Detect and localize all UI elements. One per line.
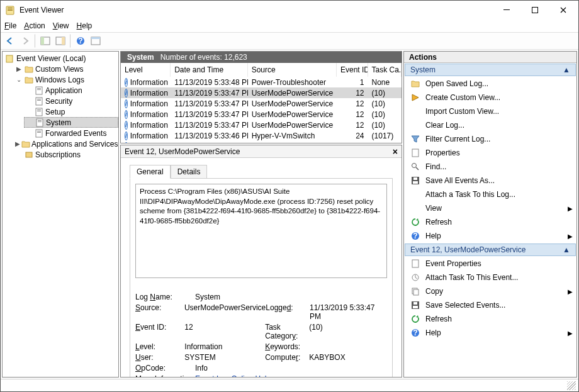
action-attach-task-log[interactable]: Attach a Task To this Log... [404, 188, 576, 201]
event-log-online-help-link[interactable]: Event Log Online Help [195, 374, 271, 377]
properties-button[interactable] [89, 34, 103, 48]
tree-windows-logs[interactable]: ⌄Windows Logs [14, 74, 118, 85]
event-list-body[interactable]: iInformation11/13/2019 5:33:48 PMPower-T… [121, 77, 402, 143]
submenu-arrow-icon: ▶ [568, 233, 573, 240]
list-header-name: System [127, 53, 154, 62]
col-level[interactable]: Level [121, 63, 171, 77]
tree-setup[interactable]: Setup [24, 106, 118, 117]
collapse-icon[interactable]: ⌄ [15, 76, 23, 83]
tab-general[interactable]: General [130, 165, 171, 179]
back-button[interactable] [3, 34, 17, 48]
action-help[interactable]: ?Help▶ [404, 229, 576, 243]
save-icon [410, 176, 420, 186]
event-row[interactable]: iInformation11/13/2019 5:33:47 PMUserMod… [121, 109, 402, 120]
help-button[interactable]: ? [74, 34, 87, 48]
svg-rect-1 [8, 8, 13, 8]
close-button[interactable] [549, 1, 577, 20]
actions-section-system[interactable]: System▲ [405, 64, 576, 76]
col-source[interactable]: Source [248, 63, 337, 77]
col-task-category[interactable]: Task Ca... [368, 63, 402, 77]
event-row[interactable]: iInformation11/13/2019 5:33:47 PMUserMod… [121, 98, 402, 109]
tree-custom-views[interactable]: ▶Custom Views [14, 64, 118, 74]
svg-rect-47 [413, 302, 417, 305]
action-find[interactable]: Find... [404, 160, 576, 174]
action-help-event[interactable]: ?Help▶ [404, 326, 576, 340]
tab-details[interactable]: Details [171, 165, 208, 179]
tree-app-services[interactable]: ▶Applications and Services Lo [14, 138, 118, 149]
svg-rect-28 [37, 131, 41, 132]
expand-icon[interactable]: ▶ [15, 65, 23, 72]
event-row[interactable]: iInformation11/13/2019 5:33:47 PMUserMod… [121, 87, 402, 98]
close-detail-button[interactable]: × [393, 147, 398, 157]
kv-kw-key: Keywords: [265, 342, 309, 351]
svg-rect-16 [37, 88, 41, 89]
menu-view[interactable]: View [53, 21, 69, 30]
col-datetime[interactable]: Date and Time [171, 63, 248, 77]
action-properties[interactable]: Properties [404, 146, 576, 160]
kv-user-key: User: [135, 353, 184, 362]
detail-body: General Details Process C:\Program Files… [121, 158, 402, 377]
svg-text:?: ? [78, 36, 82, 45]
collapse-icon: ▲ [563, 245, 570, 254]
action-clear-log[interactable]: Clear Log... [404, 118, 576, 132]
statusbar [1, 379, 578, 391]
clear-icon [410, 120, 420, 130]
svg-line-33 [416, 167, 419, 170]
event-row[interactable]: iInformation11/13/2019 5:33:48 PMPower-T… [121, 77, 402, 87]
copy-icon [410, 286, 420, 296]
action-attach-task-event[interactable]: Attach Task To This Event... [404, 271, 576, 284]
titlebar: Event Viewer [1, 1, 578, 20]
col-event-id[interactable]: Event ID [337, 63, 368, 77]
action-event-properties[interactable]: Event Properties [404, 257, 576, 271]
svg-rect-25 [38, 120, 42, 121]
expand-icon[interactable]: ▶ [15, 140, 20, 147]
event-row[interactable]: iInformation11/13/2019 5:33:46 PMHyper-V… [121, 130, 402, 141]
event-description[interactable]: Process C:\Program Files (x86)\ASUS\AI S… [135, 184, 387, 278]
minimize-button[interactable] [492, 1, 520, 20]
collapse-icon: ▲ [563, 65, 570, 74]
find-icon [410, 162, 420, 172]
maximize-button[interactable] [520, 1, 549, 20]
action-save-selected[interactable]: Save Selected Events... [404, 298, 576, 312]
tree-pane: Event Viewer (Local) ▶Custom Views ⌄Wind… [2, 51, 119, 378]
svg-rect-46 [413, 306, 418, 308]
show-hide-tree-button[interactable] [38, 34, 52, 48]
create-view-icon [410, 92, 420, 103]
tree-system[interactable]: System [24, 117, 118, 128]
svg-rect-13 [91, 37, 100, 39]
action-save-all-events[interactable]: Save All Events As... [404, 174, 576, 188]
kv-logged-key: Logged: [266, 303, 310, 321]
show-hide-actions-button[interactable] [53, 34, 67, 48]
action-open-saved-log[interactable]: Open Saved Log... [404, 77, 576, 91]
event-row[interactable]: iInformation11/13/2019 5:33:46 PMBTHUSB1… [121, 141, 402, 143]
tree-security[interactable]: Security [24, 96, 118, 106]
action-create-custom-view[interactable]: Create Custom View... [404, 91, 576, 104]
tree-forwarded[interactable]: Forwarded Events [24, 128, 118, 138]
submenu-arrow-icon: ▶ [568, 330, 573, 337]
log-icon [34, 128, 44, 138]
action-copy[interactable]: Copy▶ [404, 284, 576, 298]
action-filter-log[interactable]: Filter Current Log... [404, 132, 576, 146]
actions-body: System▲ Open Saved Log... Create Custom … [404, 63, 576, 377]
tree-label: Security [45, 97, 72, 106]
tree-subscriptions[interactable]: Subscriptions [14, 149, 118, 160]
action-refresh-event[interactable]: Refresh [404, 312, 576, 326]
actions-section-event[interactable]: Event 12, UserModePowerService▲ [405, 244, 576, 256]
action-import-custom-view[interactable]: Import Custom View... [404, 104, 576, 118]
tree-root[interactable]: Event Viewer (Local) [4, 53, 118, 64]
forward-button[interactable] [18, 34, 32, 48]
action-view[interactable]: View▶ [404, 201, 576, 215]
attach-task-icon [410, 272, 420, 283]
svg-rect-26 [38, 121, 42, 122]
kv-user-val: SYSTEM [184, 353, 265, 362]
svg-rect-27 [36, 130, 42, 137]
svg-rect-18 [36, 98, 42, 105]
action-refresh[interactable]: Refresh [404, 215, 576, 229]
menu-help[interactable]: Help [77, 21, 93, 30]
event-row[interactable]: iInformation11/13/2019 5:33:47 PMUserMod… [121, 120, 402, 130]
tree-application[interactable]: Application [24, 85, 118, 96]
menu-file[interactable]: File [4, 21, 16, 30]
menu-action[interactable]: Action [24, 21, 45, 30]
resize-grip[interactable] [567, 381, 576, 390]
tree-label: Setup [45, 108, 65, 116]
